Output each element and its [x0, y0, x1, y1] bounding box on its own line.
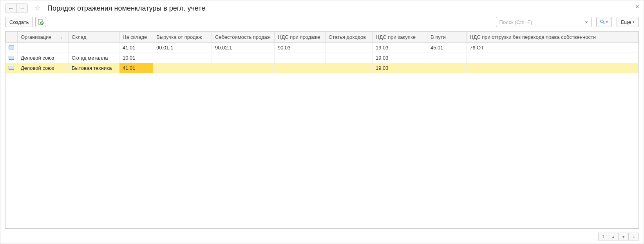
- cell-org: Деловой союз: [18, 53, 69, 63]
- search-icon: [600, 19, 605, 25]
- sheet-refresh-icon: [38, 19, 44, 25]
- cell-sklad: Бытовая техника: [69, 63, 119, 73]
- close-icon[interactable]: ✕: [635, 4, 640, 10]
- table-row[interactable]: Деловой союзБытовая техника41.0119.03: [6, 63, 639, 73]
- cell-vyruchka: 90.01.1: [153, 43, 212, 53]
- favorite-star-icon[interactable]: ☆: [33, 4, 42, 13]
- row-type-icon: [6, 63, 18, 73]
- cell-sebestoimost: [212, 53, 275, 63]
- nav-back-button[interactable]: ←: [5, 4, 16, 13]
- search-input[interactable]: [496, 17, 582, 27]
- table-header-icon[interactable]: [6, 32, 18, 43]
- table-header-sebestoimost[interactable]: Себестоимость продаж: [212, 32, 275, 43]
- svg-point-1: [40, 22, 43, 25]
- cell-sebestoimost: [212, 63, 275, 73]
- chevron-down-icon: ▾: [606, 20, 608, 24]
- cell-nds-zakupka: 19.03: [373, 63, 427, 73]
- refresh-sheet-button[interactable]: [35, 17, 46, 27]
- footer-nav: ⤒ ▲ ▼ ⤓: [0, 231, 644, 244]
- cell-v-puti: [427, 63, 467, 73]
- titlebar: ← → ☆ Порядок отражения номенклатуры в р…: [0, 0, 644, 15]
- cell-nds-otgruzka: [467, 63, 639, 73]
- cell-nds-prodazha: 90.03: [275, 43, 326, 53]
- table-row[interactable]: Деловой союзСклад металла10.0119.03: [6, 53, 639, 63]
- row-type-icon: [6, 53, 18, 63]
- svg-line-3: [603, 23, 605, 24]
- nav-forward-button[interactable]: →: [16, 4, 27, 13]
- app-window: ✕ ← → ☆ Порядок отражения номенклатуры в…: [0, 0, 644, 244]
- table-row[interactable]: 41.0190.01.190.02.190.0319.0345.0176.ОТ: [6, 43, 639, 53]
- cell-sklad: Склад металла: [69, 53, 119, 63]
- table-header-row: Организация ↓ Склад На складе Выручка от…: [6, 32, 639, 43]
- cell-nds-zakupka: 19.03: [373, 43, 427, 53]
- create-button-label: Создать: [9, 19, 29, 25]
- search-group: ×: [496, 17, 592, 27]
- cell-nds-otgruzka: 76.ОТ: [467, 43, 639, 53]
- scroll-bottom-button[interactable]: ⤓: [629, 233, 639, 240]
- cell-na-sklade: 41.01: [119, 43, 153, 53]
- table-header-nds-zakupka[interactable]: НДС при закупке: [373, 32, 427, 43]
- sort-asc-icon: ↓: [61, 35, 63, 40]
- cell-statya: [326, 43, 373, 53]
- cell-statya: [326, 63, 373, 73]
- table-header-nds-otgruzka[interactable]: НДС при отгрузки без перехода права собс…: [467, 32, 639, 43]
- svg-point-2: [601, 20, 603, 23]
- search-clear-button[interactable]: ×: [582, 17, 592, 27]
- cell-vyruchka: [153, 53, 212, 63]
- page-title: Порядок отражения номенклатуры в регл. у…: [47, 4, 205, 13]
- data-table: Организация ↓ Склад На складе Выручка от…: [5, 31, 639, 73]
- table-header-na-sklade[interactable]: На складе: [119, 32, 153, 43]
- cell-na-sklade: 41.01: [119, 63, 153, 73]
- cell-nds-prodazha: [275, 53, 326, 63]
- cell-nds-prodazha: [275, 63, 326, 73]
- cell-nds-otgruzka: [467, 53, 639, 63]
- table-header-v-puti[interactable]: В пути: [427, 32, 467, 43]
- chevron-down-icon: ▾: [633, 20, 635, 24]
- cell-na-sklade: 10.01: [119, 53, 153, 63]
- scroll-up-button[interactable]: ▲: [608, 233, 619, 240]
- cell-sklad: [69, 43, 119, 53]
- cell-nds-zakupka: 19.03: [373, 53, 427, 63]
- cell-vyruchka: [153, 63, 212, 73]
- row-type-icon: [6, 43, 18, 53]
- cell-statya: [326, 53, 373, 63]
- cell-org: [18, 43, 69, 53]
- data-table-wrap: Организация ↓ Склад На складе Выручка от…: [5, 31, 639, 229]
- more-button[interactable]: Еще ▾: [617, 17, 639, 27]
- cell-org: Деловой союз: [18, 63, 69, 73]
- advanced-search-button[interactable]: ▾: [596, 17, 612, 27]
- table-header-sklad[interactable]: Склад: [69, 32, 119, 43]
- nav-buttons: ← →: [5, 4, 28, 13]
- scroll-down-button[interactable]: ▼: [619, 233, 629, 240]
- scroll-top-button[interactable]: ⤒: [598, 233, 608, 240]
- table-header-org[interactable]: Организация ↓: [18, 32, 69, 43]
- toolbar: Создать × ▾ Еще ▾: [0, 15, 644, 31]
- cell-v-puti: [427, 53, 467, 63]
- more-button-label: Еще: [621, 19, 631, 25]
- table-header-vyruchka[interactable]: Выручка от продаж: [153, 32, 212, 43]
- cell-v-puti: 45.01: [427, 43, 467, 53]
- table-header-nds-prodazha[interactable]: НДС при продаже: [275, 32, 326, 43]
- table-header-statya[interactable]: Статья доходов: [326, 32, 373, 43]
- cell-sebestoimost: 90.02.1: [212, 43, 275, 53]
- create-button[interactable]: Создать: [5, 17, 33, 27]
